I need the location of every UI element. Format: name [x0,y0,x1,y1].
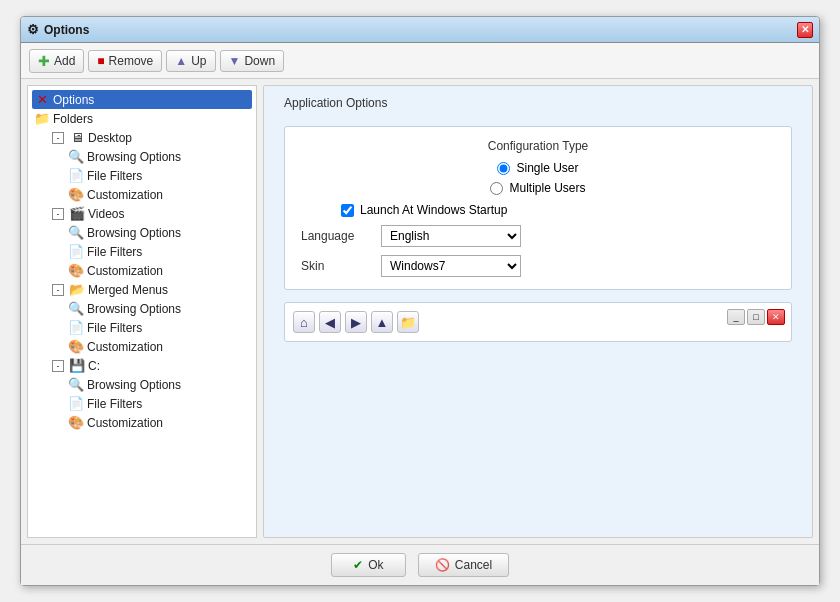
tree-label-merged-filters: File Filters [87,321,142,335]
single-user-option[interactable]: Single User [497,161,578,175]
videos-expand-icon[interactable]: - [52,208,64,220]
c-custom-icon: 🎨 [68,415,84,430]
cdrive-icon: 💾 [69,358,85,373]
tree-item-c-custom[interactable]: 🎨 Customization [32,413,252,432]
up-label: Up [191,54,206,68]
browser-minimize-button[interactable]: _ [727,309,745,325]
tree-item-desktop-custom[interactable]: 🎨 Customization [32,185,252,204]
browser-win-controls: _ □ ✕ [727,309,785,325]
merged-expand-icon[interactable]: - [52,284,64,296]
skin-select[interactable]: Windows7 Classic Modern [381,255,521,277]
tree-item-videos-browsing[interactable]: 🔍 Browsing Options [32,223,252,242]
tree-item-videos[interactable]: - 🎬 Videos [32,204,252,223]
nav-forward-button[interactable]: ▶ [345,311,367,333]
remove-button[interactable]: ■ Remove [88,50,162,72]
tree-item-cdrive[interactable]: - 💾 C: [32,356,252,375]
tree-label-videos-browsing: Browsing Options [87,226,181,240]
single-user-label: Single User [516,161,578,175]
options-window: ⚙ Options ✕ ✚ Add ■ Remove ▲ Up ▼ Down ✕ [20,16,820,586]
ok-button[interactable]: ✔ Ok [331,553,406,577]
multiple-users-radio[interactable] [490,182,503,195]
close-button[interactable]: ✕ [797,22,813,38]
browser-preview: ⌂ ◀ ▶ ▲ 📁 _ □ ✕ [284,302,792,342]
tree-label-options: Options [53,93,94,107]
up-icon: ▲ [175,54,187,68]
launch-startup-checkbox[interactable] [341,204,354,217]
tree-label-videos: Videos [88,207,124,221]
down-label: Down [244,54,275,68]
nav-up-button[interactable]: ▲ [371,311,393,333]
radio-group: Single User Multiple Users [301,161,775,195]
tree-item-merged[interactable]: - 📂 Merged Menus [32,280,252,299]
nav-back-button[interactable]: ◀ [319,311,341,333]
tree-label-c-filters: File Filters [87,397,142,411]
footer: ✔ Ok 🚫 Cancel [21,544,819,585]
section-title: Application Options [284,96,792,110]
tree-item-desktop-browsing[interactable]: 🔍 Browsing Options [32,147,252,166]
launch-startup-label: Launch At Windows Startup [360,203,507,217]
tree-label-merged-browsing: Browsing Options [87,302,181,316]
tree-item-videos-filters[interactable]: 📄 File Filters [32,242,252,261]
tree-item-c-browsing[interactable]: 🔍 Browsing Options [32,375,252,394]
down-button[interactable]: ▼ Down [220,50,285,72]
title-bar-content: ⚙ Options [27,22,89,37]
videos-filters-icon: 📄 [68,244,84,259]
c-browsing-icon: 🔍 [68,377,84,392]
tree-label-videos-custom: Customization [87,264,163,278]
content-area: ✕ Options 📁 Folders - 🖥 Desktop 🔍 Browsi… [21,79,819,544]
tree-item-c-filters[interactable]: 📄 File Filters [32,394,252,413]
add-label: Add [54,54,75,68]
tree-label-c-custom: Customization [87,416,163,430]
toolbar: ✚ Add ■ Remove ▲ Up ▼ Down [21,43,819,79]
ok-label: Ok [368,558,383,572]
add-button[interactable]: ✚ Add [29,49,84,73]
browser-close-button[interactable]: ✕ [767,309,785,325]
multiple-users-label: Multiple Users [509,181,585,195]
nav-home-button[interactable]: ⌂ [293,311,315,333]
config-type-label: Configuration Type [301,139,775,153]
tree-panel: ✕ Options 📁 Folders - 🖥 Desktop 🔍 Browsi… [27,85,257,538]
main-panel: Application Options Configuration Type S… [263,85,813,538]
tree-item-desktop-filters[interactable]: 📄 File Filters [32,166,252,185]
tree-label-merged-custom: Customization [87,340,163,354]
desktop-browsing-icon: 🔍 [68,149,84,164]
language-label: Language [301,229,381,243]
up-button[interactable]: ▲ Up [166,50,215,72]
remove-label: Remove [109,54,154,68]
tree-item-desktop[interactable]: - 🖥 Desktop [32,128,252,147]
merged-custom-icon: 🎨 [68,339,84,354]
tree-item-merged-browsing[interactable]: 🔍 Browsing Options [32,299,252,318]
launch-startup-option[interactable]: Launch At Windows Startup [301,203,775,217]
merged-filters-icon: 📄 [68,320,84,335]
skin-label: Skin [301,259,381,273]
multiple-users-option[interactable]: Multiple Users [490,181,585,195]
single-user-radio[interactable] [497,162,510,175]
language-select[interactable]: English French German Spanish [381,225,521,247]
tree-item-folders[interactable]: 📁 Folders [32,109,252,128]
cdrive-expand-icon[interactable]: - [52,360,64,372]
merged-browsing-icon: 🔍 [68,301,84,316]
desktop-custom-icon: 🎨 [68,187,84,202]
c-filters-icon: 📄 [68,396,84,411]
tree-label-desktop-browsing: Browsing Options [87,150,181,164]
tree-label-merged: Merged Menus [88,283,168,297]
tree-label-desktop-custom: Customization [87,188,163,202]
desktop-expand-icon[interactable]: - [52,132,64,144]
window-icon: ⚙ [27,22,39,37]
browser-maximize-button[interactable]: □ [747,309,765,325]
down-icon: ▼ [229,54,241,68]
options-icon: ✕ [34,92,50,107]
tree-item-merged-custom[interactable]: 🎨 Customization [32,337,252,356]
tree-item-videos-custom[interactable]: 🎨 Customization [32,261,252,280]
tree-item-merged-filters[interactable]: 📄 File Filters [32,318,252,337]
tree-label-c-browsing: Browsing Options [87,378,181,392]
videos-browsing-icon: 🔍 [68,225,84,240]
tree-label-desktop: Desktop [88,131,132,145]
add-icon: ✚ [38,53,50,69]
cancel-button[interactable]: 🚫 Cancel [418,553,509,577]
tree-item-options[interactable]: ✕ Options [32,90,252,109]
videos-icon: 🎬 [69,206,85,221]
cancel-icon: 🚫 [435,558,450,572]
tree-label-cdrive: C: [88,359,100,373]
nav-folder-button[interactable]: 📁 [397,311,419,333]
